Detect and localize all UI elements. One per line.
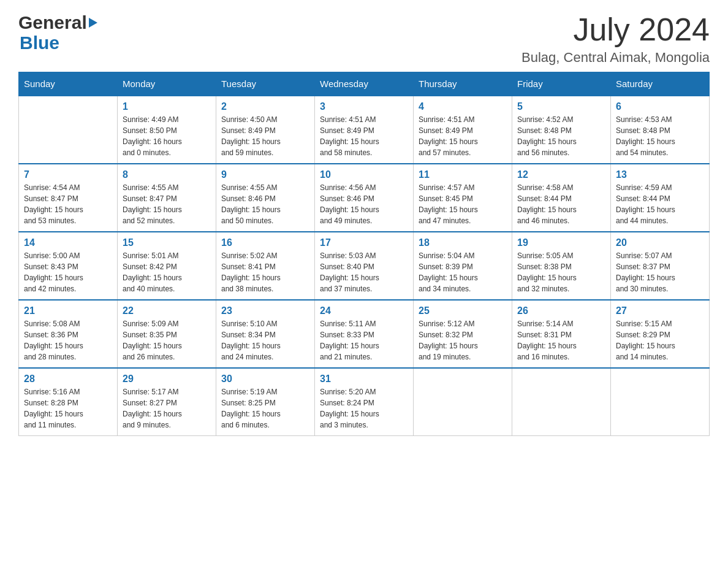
calendar-cell: 23Sunrise: 5:10 AM Sunset: 8:34 PM Dayli…: [216, 300, 315, 368]
calendar-week-row: 28Sunrise: 5:16 AM Sunset: 8:28 PM Dayli…: [19, 368, 710, 436]
calendar-week-row: 7Sunrise: 4:54 AM Sunset: 8:47 PM Daylig…: [19, 164, 710, 232]
calendar-cell: 18Sunrise: 5:04 AM Sunset: 8:39 PM Dayli…: [414, 232, 512, 300]
day-details: Sunrise: 5:19 AM Sunset: 8:25 PM Dayligh…: [221, 386, 309, 431]
calendar-cell: 4Sunrise: 4:51 AM Sunset: 8:49 PM Daylig…: [414, 96, 512, 164]
calendar-cell: 27Sunrise: 5:15 AM Sunset: 8:29 PM Dayli…: [611, 300, 710, 368]
day-details: Sunrise: 4:56 AM Sunset: 8:46 PM Dayligh…: [320, 182, 408, 226]
calendar-cell: 22Sunrise: 5:09 AM Sunset: 8:35 PM Dayli…: [118, 300, 216, 368]
day-details: Sunrise: 4:51 AM Sunset: 8:49 PM Dayligh…: [419, 114, 507, 158]
calendar-cell: 24Sunrise: 5:11 AM Sunset: 8:33 PM Dayli…: [315, 300, 414, 368]
day-details: Sunrise: 4:54 AM Sunset: 8:47 PM Dayligh…: [24, 182, 112, 226]
day-number: 20: [616, 237, 704, 248]
day-details: Sunrise: 5:09 AM Sunset: 8:35 PM Dayligh…: [123, 318, 211, 362]
day-details: Sunrise: 5:05 AM Sunset: 8:38 PM Dayligh…: [517, 250, 605, 294]
calendar-cell: 20Sunrise: 5:07 AM Sunset: 8:37 PM Dayli…: [611, 232, 710, 300]
day-number: 15: [123, 237, 211, 248]
day-details: Sunrise: 5:12 AM Sunset: 8:32 PM Dayligh…: [419, 318, 507, 362]
weekday-header-monday: Monday: [118, 72, 216, 96]
calendar-cell: 3Sunrise: 4:51 AM Sunset: 8:49 PM Daylig…: [315, 96, 414, 164]
day-number: 2: [221, 101, 309, 112]
calendar-cell: 7Sunrise: 4:54 AM Sunset: 8:47 PM Daylig…: [19, 164, 118, 232]
day-details: Sunrise: 4:49 AM Sunset: 8:50 PM Dayligh…: [123, 114, 211, 158]
day-details: Sunrise: 4:59 AM Sunset: 8:44 PM Dayligh…: [616, 182, 704, 226]
calendar-cell: 30Sunrise: 5:19 AM Sunset: 8:25 PM Dayli…: [216, 368, 315, 436]
day-number: 10: [320, 169, 408, 180]
day-number: 6: [616, 101, 704, 112]
day-details: Sunrise: 5:01 AM Sunset: 8:42 PM Dayligh…: [123, 250, 211, 294]
calendar-cell: 15Sunrise: 5:01 AM Sunset: 8:42 PM Dayli…: [118, 232, 216, 300]
calendar-cell: 11Sunrise: 4:57 AM Sunset: 8:45 PM Dayli…: [414, 164, 512, 232]
day-details: Sunrise: 5:10 AM Sunset: 8:34 PM Dayligh…: [221, 318, 309, 362]
day-number: 23: [221, 305, 309, 316]
day-number: 31: [320, 373, 408, 385]
calendar-cell: 13Sunrise: 4:59 AM Sunset: 8:44 PM Dayli…: [611, 164, 710, 232]
calendar-cell: 21Sunrise: 5:08 AM Sunset: 8:36 PM Dayli…: [19, 300, 118, 368]
calendar-cell: 25Sunrise: 5:12 AM Sunset: 8:32 PM Dayli…: [414, 300, 512, 368]
logo-arrow-icon: [89, 18, 97, 28]
day-details: Sunrise: 4:55 AM Sunset: 8:47 PM Dayligh…: [123, 182, 211, 226]
day-details: Sunrise: 4:52 AM Sunset: 8:48 PM Dayligh…: [517, 114, 605, 158]
calendar-cell: 1Sunrise: 4:49 AM Sunset: 8:50 PM Daylig…: [118, 96, 216, 164]
calendar-cell: 6Sunrise: 4:53 AM Sunset: 8:48 PM Daylig…: [611, 96, 710, 164]
logo-general-text: General: [18, 12, 87, 33]
page-subtitle: Bulag, Central Aimak, Mongolia: [521, 50, 710, 66]
day-number: 16: [221, 237, 309, 248]
day-number: 28: [24, 373, 112, 385]
calendar-cell: 16Sunrise: 5:02 AM Sunset: 8:41 PM Dayli…: [216, 232, 315, 300]
day-details: Sunrise: 4:51 AM Sunset: 8:49 PM Dayligh…: [320, 114, 408, 158]
day-number: 26: [517, 305, 605, 316]
day-number: 21: [24, 305, 112, 316]
logo-blue-text: Blue: [18, 33, 97, 53]
day-number: 9: [221, 169, 309, 180]
weekday-header-saturday: Saturday: [611, 72, 710, 96]
day-number: 27: [616, 305, 704, 316]
day-details: Sunrise: 4:58 AM Sunset: 8:44 PM Dayligh…: [517, 182, 605, 226]
day-details: Sunrise: 5:07 AM Sunset: 8:37 PM Dayligh…: [616, 250, 704, 294]
day-details: Sunrise: 5:15 AM Sunset: 8:29 PM Dayligh…: [616, 318, 704, 362]
day-details: Sunrise: 5:17 AM Sunset: 8:27 PM Dayligh…: [123, 386, 211, 431]
day-details: Sunrise: 4:50 AM Sunset: 8:49 PM Dayligh…: [221, 114, 309, 158]
calendar-cell: 28Sunrise: 5:16 AM Sunset: 8:28 PM Dayli…: [19, 368, 118, 436]
calendar-cell: 2Sunrise: 4:50 AM Sunset: 8:49 PM Daylig…: [216, 96, 315, 164]
weekday-header-sunday: Sunday: [19, 72, 118, 96]
calendar-cell: 12Sunrise: 4:58 AM Sunset: 8:44 PM Dayli…: [512, 164, 611, 232]
weekday-header-row: SundayMondayTuesdayWednesdayThursdayFrid…: [19, 72, 710, 96]
day-number: 12: [517, 169, 605, 180]
calendar-cell: 19Sunrise: 5:05 AM Sunset: 8:38 PM Dayli…: [512, 232, 611, 300]
day-details: Sunrise: 5:02 AM Sunset: 8:41 PM Dayligh…: [221, 250, 309, 294]
calendar-cell: 17Sunrise: 5:03 AM Sunset: 8:40 PM Dayli…: [315, 232, 414, 300]
calendar-cell: 31Sunrise: 5:20 AM Sunset: 8:24 PM Dayli…: [315, 368, 414, 436]
calendar-cell: 10Sunrise: 4:56 AM Sunset: 8:46 PM Dayli…: [315, 164, 414, 232]
day-number: 22: [123, 305, 211, 316]
calendar-week-row: 14Sunrise: 5:00 AM Sunset: 8:43 PM Dayli…: [19, 232, 710, 300]
calendar-cell: 29Sunrise: 5:17 AM Sunset: 8:27 PM Dayli…: [118, 368, 216, 436]
day-number: 30: [221, 373, 309, 385]
day-number: 17: [320, 237, 408, 248]
weekday-header-wednesday: Wednesday: [315, 72, 414, 96]
calendar-cell: 5Sunrise: 4:52 AM Sunset: 8:48 PM Daylig…: [512, 96, 611, 164]
page-title: July 2024: [521, 12, 710, 47]
calendar-week-row: 21Sunrise: 5:08 AM Sunset: 8:36 PM Dayli…: [19, 300, 710, 368]
day-number: 13: [616, 169, 704, 180]
day-number: 18: [419, 237, 507, 248]
calendar-cell: 14Sunrise: 5:00 AM Sunset: 8:43 PM Dayli…: [19, 232, 118, 300]
calendar-cell: [19, 96, 118, 164]
day-number: 29: [123, 373, 211, 385]
title-area: July 2024 Bulag, Central Aimak, Mongolia: [521, 12, 710, 66]
day-number: 14: [24, 237, 112, 248]
day-number: 24: [320, 305, 408, 316]
day-details: Sunrise: 4:53 AM Sunset: 8:48 PM Dayligh…: [616, 114, 704, 158]
calendar-body: 1Sunrise: 4:49 AM Sunset: 8:50 PM Daylig…: [19, 96, 710, 436]
day-number: 7: [24, 169, 112, 180]
calendar-table: SundayMondayTuesdayWednesdayThursdayFrid…: [18, 72, 710, 436]
day-details: Sunrise: 5:11 AM Sunset: 8:33 PM Dayligh…: [320, 318, 408, 362]
day-details: Sunrise: 4:57 AM Sunset: 8:45 PM Dayligh…: [419, 182, 507, 226]
day-number: 11: [419, 169, 507, 180]
calendar-week-row: 1Sunrise: 4:49 AM Sunset: 8:50 PM Daylig…: [19, 96, 710, 164]
page-header: General Blue July 2024 Bulag, Central Ai…: [18, 12, 710, 66]
weekday-header-tuesday: Tuesday: [216, 72, 315, 96]
day-details: Sunrise: 5:14 AM Sunset: 8:31 PM Dayligh…: [517, 318, 605, 362]
day-details: Sunrise: 5:20 AM Sunset: 8:24 PM Dayligh…: [320, 386, 408, 431]
day-details: Sunrise: 5:16 AM Sunset: 8:28 PM Dayligh…: [24, 386, 112, 431]
day-number: 19: [517, 237, 605, 248]
